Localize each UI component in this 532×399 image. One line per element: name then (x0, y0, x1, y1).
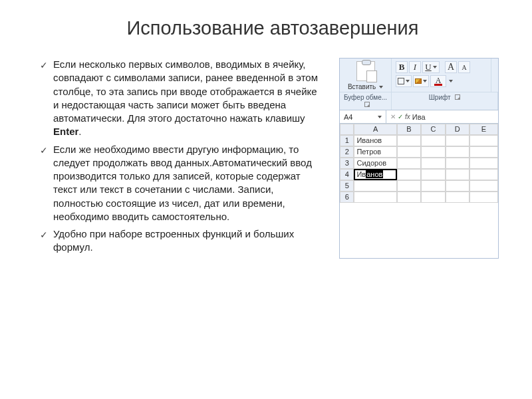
row-header[interactable]: 3 (340, 158, 354, 169)
cell[interactable] (397, 192, 421, 203)
cell[interactable] (421, 180, 445, 192)
chevron-down-icon (378, 116, 382, 118)
bullet-text: Удобно при наборе встроенных функций и б… (53, 228, 294, 253)
fill-color-button[interactable] (413, 75, 429, 87)
row-header[interactable]: 6 (340, 192, 354, 203)
cell[interactable]: Сидоров (354, 158, 396, 169)
grow-font-button[interactable]: A (445, 61, 457, 73)
ribbon: Вставить В I U A A (340, 59, 498, 92)
enter-icon[interactable]: ✓ (398, 113, 403, 120)
underline-button[interactable]: U (422, 61, 440, 73)
row-header[interactable]: 1 (340, 135, 354, 146)
cell[interactable] (397, 169, 421, 180)
cell[interactable]: Петров (354, 146, 396, 158)
clipboard-group: Вставить (340, 59, 392, 92)
slide-content: Если несколько первых символов, вводимых… (40, 58, 505, 259)
cell[interactable] (421, 192, 445, 203)
autocomplete-suggestion: анов (366, 170, 383, 178)
cell[interactable] (354, 180, 396, 192)
bullet-item: Если несколько первых символов, вводимых… (40, 58, 319, 139)
font-color-bar (434, 84, 442, 86)
italic-button[interactable]: I (409, 61, 421, 73)
cell[interactable] (397, 180, 421, 192)
borders-button[interactable] (396, 75, 412, 87)
chevron-down-icon (406, 80, 410, 82)
fx-icon[interactable]: fx (405, 113, 410, 120)
cell[interactable] (446, 135, 469, 146)
cancel-icon[interactable]: ✕ (390, 113, 396, 120)
cell[interactable] (469, 158, 498, 169)
formula-bar: A4 ✕ ✓ fx Ива (340, 110, 498, 124)
paste-label[interactable]: Вставить (344, 83, 387, 90)
slide-title: Использование автозавершения (40, 17, 505, 39)
formula-input[interactable]: ✕ ✓ fx Ива (386, 110, 498, 123)
cell[interactable] (446, 180, 469, 192)
shrink-font-button[interactable]: A (458, 61, 470, 73)
active-cell[interactable]: Иванов (354, 169, 396, 180)
cell[interactable] (469, 135, 498, 146)
cell[interactable] (421, 158, 445, 169)
bullet-text: Если несколько первых символов, вводимых… (53, 59, 318, 124)
cell[interactable] (446, 146, 469, 158)
cell[interactable] (469, 146, 498, 158)
font-group: В I U A A (392, 59, 491, 92)
cell[interactable] (354, 192, 396, 203)
cell[interactable] (446, 169, 469, 180)
excel-fragment: Вставить В I U A A (339, 58, 499, 259)
spreadsheet-grid: A B C D E 1 Иванов 2 (340, 124, 498, 203)
typed-text: Ив (356, 170, 366, 178)
chevron-down-icon (433, 66, 437, 68)
paste-icon[interactable] (356, 61, 375, 81)
figure-column: Вставить В I U A A (332, 58, 505, 259)
col-header[interactable]: D (446, 124, 469, 135)
dialog-launcher-icon[interactable] (364, 102, 370, 107)
cell[interactable] (421, 169, 445, 180)
slide: Использование автозавершения Если нескол… (0, 0, 532, 399)
row-header[interactable]: 4 (340, 169, 354, 180)
col-header[interactable]: C (421, 124, 445, 135)
cell[interactable] (469, 192, 498, 203)
chevron-down-icon (379, 86, 383, 88)
col-header[interactable]: E (469, 124, 498, 135)
bullet-item: Удобно при наборе встроенных функций и б… (40, 227, 319, 255)
cell[interactable] (446, 158, 469, 169)
dialog-launcher-icon[interactable] (455, 94, 460, 100)
bullet-text-post: . (78, 126, 81, 137)
chevron-down-icon (423, 80, 427, 82)
ribbon-group-labels: Буфер обме... Шрифт (340, 92, 498, 110)
bullet-text: Если же необходимо ввести другую информа… (53, 144, 312, 222)
name-box[interactable]: A4 (340, 110, 386, 123)
cell[interactable] (397, 135, 421, 146)
clipboard-label: Буфер обме... (340, 92, 392, 110)
row-header[interactable]: 5 (340, 180, 354, 192)
bullet-item: Если же необходимо ввести другую информа… (40, 143, 319, 224)
cell[interactable] (446, 192, 469, 203)
font-color-button[interactable]: A (430, 75, 446, 87)
select-all-corner[interactable] (340, 124, 354, 135)
cell[interactable] (397, 146, 421, 158)
bullet-bold: Enter (53, 126, 78, 137)
cell[interactable] (421, 146, 445, 158)
font-label: Шрифт (392, 92, 498, 110)
chevron-down-icon (449, 80, 453, 82)
bullet-list: Если несколько первых символов, вводимых… (40, 58, 319, 259)
bold-button[interactable]: В (396, 61, 408, 73)
col-header[interactable]: B (397, 124, 421, 135)
cell[interactable] (397, 158, 421, 169)
cell[interactable] (421, 135, 445, 146)
cell[interactable] (469, 180, 498, 192)
formula-value: Ива (412, 113, 426, 121)
col-header[interactable]: A (354, 124, 396, 135)
cell[interactable] (469, 169, 498, 180)
cell[interactable]: Иванов (354, 135, 396, 146)
row-header[interactable]: 2 (340, 146, 354, 158)
